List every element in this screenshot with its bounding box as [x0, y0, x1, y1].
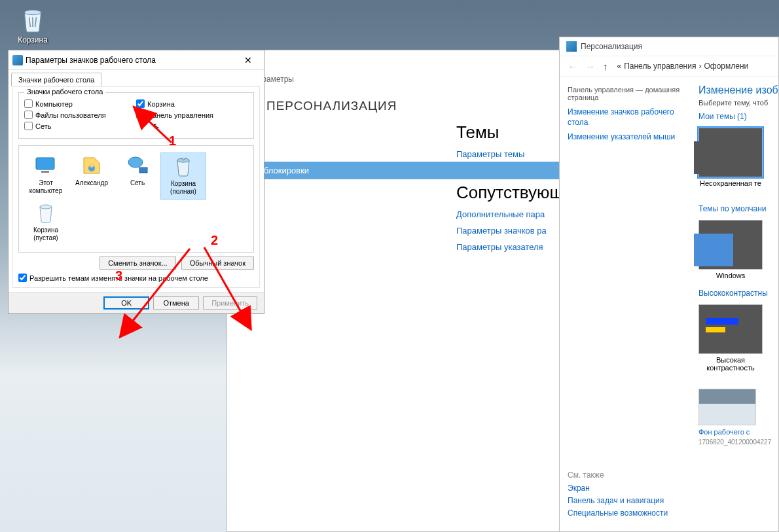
- ok-button[interactable]: OK: [103, 296, 149, 310]
- control-panel-window: Персонализация ← → ↑ « Панель управления…: [559, 37, 779, 532]
- apply-button[interactable]: Применить: [203, 296, 257, 310]
- cursor-icon: ↖: [152, 120, 160, 132]
- theme-tile-windows[interactable]: Windows: [698, 220, 763, 279]
- icon-cell-user[interactable]: Александр: [69, 152, 115, 200]
- cp-right-heading: Изменение изоб: [698, 84, 778, 96]
- svg-rect-1: [36, 158, 54, 169]
- settings-link-additional[interactable]: Дополнительные пара: [456, 209, 573, 219]
- cp-background-link[interactable]: Фон рабочего с: [698, 428, 778, 436]
- svg-point-0: [24, 10, 41, 14]
- cp-window-title: Персонализация: [581, 42, 642, 51]
- annotation-number-1: 1: [169, 133, 176, 149]
- desktop-icons-dialog: Параметры значков рабочего стола ✕ Значк…: [8, 50, 264, 314]
- svg-rect-2: [41, 171, 49, 173]
- desktop-recycle-bin[interactable]: Корзина: [12, 5, 54, 44]
- group-title: Значки рабочего стола: [24, 88, 105, 96]
- icon-cell-recycle-full[interactable]: Корзина (полная): [160, 152, 206, 200]
- svg-point-4: [90, 164, 94, 168]
- dialog-icon: [12, 55, 23, 65]
- checkbox-recycle-bin[interactable]: Корзина: [136, 99, 248, 108]
- breadcrumb-path[interactable]: « Панель управления› Оформлени: [617, 62, 749, 71]
- settings-link-icons[interactable]: Параметры значков ра: [456, 226, 573, 236]
- theme-tile-high-contrast[interactable]: Высокая контрастность: [698, 304, 763, 372]
- default-icon-button[interactable]: Обычный значок: [181, 257, 254, 270]
- dialog-title: Параметры значков рабочего стола: [26, 56, 236, 65]
- see-also-accessibility[interactable]: Специальные возможности: [568, 508, 668, 518]
- icon-cell-recycle-empty[interactable]: Корзина (пустая): [23, 200, 69, 245]
- cp-home-label[interactable]: Панель управления — домашняя страница: [568, 86, 693, 101]
- cp-link-change-pointers[interactable]: Изменение указателей мыши: [568, 132, 693, 142]
- back-arrow-icon[interactable]: ←: [568, 61, 577, 72]
- settings-themes-heading: Темы: [456, 122, 573, 143]
- change-icon-button[interactable]: Сменить значок...: [100, 257, 176, 270]
- checkbox-computer[interactable]: Компьютер: [24, 99, 136, 108]
- cp-image-id: 1706820_401200004227: [698, 438, 778, 446]
- icon-preview-area: Этот компьютер Александр Сеть Корзина (п…: [18, 145, 254, 253]
- cancel-button[interactable]: Отмена: [153, 296, 199, 310]
- checkbox-control-panel[interactable]: Панель управления: [136, 111, 248, 119]
- close-button[interactable]: ✕: [236, 52, 260, 68]
- up-arrow-icon[interactable]: ↑: [603, 61, 608, 72]
- checkbox-network[interactable]: Сеть: [24, 122, 136, 130]
- cp-section-high-contrast: Высококонтрастны: [698, 289, 778, 298]
- settings-theme-params-link[interactable]: Параметры темы: [456, 149, 573, 159]
- forward-arrow-icon[interactable]: →: [585, 61, 595, 72]
- see-also-taskbar[interactable]: Панель задач и навигация: [568, 496, 668, 505]
- settings-heading: ПЕРСОНАЛИЗАЦИЯ: [266, 99, 397, 113]
- theme-tile-unsaved[interactable]: Несохраненная те: [698, 128, 763, 187]
- svg-point-8: [40, 205, 52, 209]
- annotation-number-3: 3: [115, 268, 122, 283]
- cp-section-my-themes: Мои темы (1): [698, 112, 778, 121]
- settings-link-pointer[interactable]: Параметры указателя: [456, 242, 573, 252]
- icon-cell-computer[interactable]: Этот компьютер: [23, 152, 69, 200]
- desktop-recycle-label: Корзина: [12, 35, 54, 44]
- annotation-number-2: 2: [211, 233, 218, 248]
- see-also-heading: См. также: [568, 470, 668, 480]
- background-preview-tile[interactable]: [698, 389, 756, 425]
- cp-section-default-themes: Темы по умолчани: [698, 204, 778, 213]
- checkbox-allow-themes[interactable]: Разрешить темам изменять значки на рабоч…: [18, 274, 254, 282]
- checkbox-user-files[interactable]: Файлы пользователя: [24, 111, 136, 119]
- tab-desktop-icons[interactable]: Значки рабочего стола: [11, 73, 101, 86]
- icon-cell-network[interactable]: Сеть: [115, 152, 160, 200]
- settings-related-heading: Сопутствующи: [456, 183, 573, 203]
- svg-point-5: [128, 157, 143, 168]
- cp-link-change-icons[interactable]: Изменение значков рабочего стола: [568, 107, 693, 128]
- cp-right-subtitle: Выберите тему, чтоб: [698, 99, 778, 107]
- see-also-display[interactable]: Экран: [568, 484, 668, 493]
- settings-window: ←Параметры ПЕРСОНАЛИЗАЦИЯ x x блокировки…: [226, 50, 567, 532]
- recycle-bin-icon: [18, 5, 47, 34]
- svg-rect-6: [139, 168, 147, 173]
- personalization-icon: [566, 41, 577, 52]
